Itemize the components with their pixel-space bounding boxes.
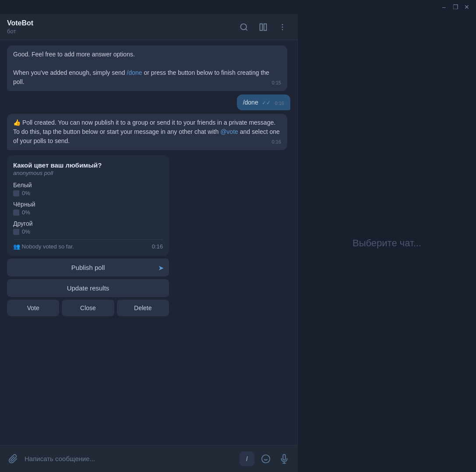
svg-point-0 xyxy=(241,24,247,29)
chat-header: VoteBot бот xyxy=(0,14,297,40)
update-results-label: Update results xyxy=(67,284,109,292)
poll-actions: Publish poll ➤ Update results Vote Close… xyxy=(7,259,169,316)
header-actions xyxy=(236,19,290,35)
bot-status: бот xyxy=(7,28,236,35)
minimize-button[interactable]: – xyxy=(438,1,450,13)
svg-point-5 xyxy=(282,26,283,28)
double-check-icon: ✓✓ xyxy=(262,100,271,106)
emoji-icon[interactable] xyxy=(259,452,273,466)
svg-point-7 xyxy=(262,455,270,462)
btn-row: Vote Close Delete xyxy=(7,300,169,316)
attachment-icon[interactable] xyxy=(6,452,20,466)
poll-question: Какой цвет ваш любимый? xyxy=(13,161,163,169)
msg3-atvote: @vote xyxy=(220,128,238,135)
poll-pct-0: 0% xyxy=(22,190,30,196)
poll-option-2-name: Другой xyxy=(13,220,163,227)
svg-rect-3 xyxy=(264,24,267,30)
bot-name: VoteBot xyxy=(7,19,236,27)
poll-pct-2: 0% xyxy=(22,228,30,235)
publish-arrow-icon: ➤ xyxy=(158,263,164,272)
message-bot-1: Good. Feel free to add more answer optio… xyxy=(7,45,287,91)
message-user-1: /done 0:16 ✓✓ xyxy=(237,94,290,110)
poll-card-container: Какой цвет ваш любимый? anonymous poll Б… xyxy=(7,154,169,316)
messages-area: Good. Feel free to add more answer optio… xyxy=(0,40,297,445)
close-button[interactable]: ✕ xyxy=(461,1,472,13)
delete-button[interactable]: Delete xyxy=(117,300,169,316)
message-input[interactable] xyxy=(25,455,235,462)
update-results-button[interactable]: Update results xyxy=(7,279,169,297)
poll-footer: 👥 Nobody voted so far. 0:16 xyxy=(13,239,163,250)
bubble-user-1: /done 0:16 ✓✓ xyxy=(237,94,290,110)
poll-option-0: Белый 0% xyxy=(13,182,163,196)
poll-bar-0 xyxy=(13,190,19,196)
vote-button[interactable]: Vote xyxy=(7,300,59,316)
poll-option-1-name: Чёрный xyxy=(13,201,163,208)
poll-option-0-name: Белый xyxy=(13,182,163,189)
poll-pct-1: 0% xyxy=(22,209,30,216)
msg3-time: 0:16 xyxy=(272,138,281,146)
poll-option-0-bar: 0% xyxy=(13,190,163,196)
svg-point-6 xyxy=(282,29,283,30)
poll-option-1-bar: 0% xyxy=(13,209,163,216)
close-poll-button[interactable]: Close xyxy=(62,300,114,316)
svg-rect-2 xyxy=(260,24,263,30)
more-icon[interactable] xyxy=(275,19,290,35)
publish-poll-button[interactable]: Publish poll ➤ xyxy=(7,259,169,276)
poll-time: 0:16 xyxy=(152,243,163,250)
svg-point-4 xyxy=(282,24,283,25)
msg1-done-link: /done xyxy=(127,69,142,76)
poll-bar-1 xyxy=(13,210,19,216)
poll-card: Какой цвет ваш любимый? anonymous poll Б… xyxy=(7,155,169,256)
message-bot-2: 👍 Poll created. You can now publish it t… xyxy=(7,114,287,150)
right-panel: Выберите чат... xyxy=(298,14,476,472)
search-icon[interactable] xyxy=(236,19,252,35)
select-chat-label: Выберите чат... xyxy=(353,238,421,249)
msg1-time: 0:15 xyxy=(272,79,281,87)
main-layout: VoteBot бот xyxy=(0,14,476,472)
bubble-bot-2: 👍 Poll created. You can now publish it t… xyxy=(7,114,287,150)
poll-type: anonymous poll xyxy=(13,170,163,176)
title-bar: – ❐ ✕ xyxy=(0,0,476,14)
layout-icon[interactable] xyxy=(255,19,271,35)
chat-header-info: VoteBot бот xyxy=(7,19,236,35)
svg-line-1 xyxy=(246,28,247,30)
microphone-icon[interactable] xyxy=(277,452,291,466)
msg2-text: /done xyxy=(243,99,258,106)
msg2-time: 0:16 xyxy=(275,101,284,106)
poll-bar-2 xyxy=(13,229,19,235)
publish-poll-label: Publish poll xyxy=(71,264,105,271)
chat-panel: VoteBot бот xyxy=(0,14,298,472)
poll-option-2-bar: 0% xyxy=(13,228,163,235)
poll-option-1: Чёрный 0% xyxy=(13,201,163,216)
poll-option-2: Другой 0% xyxy=(13,220,163,235)
command-button[interactable]: / xyxy=(240,451,254,466)
input-area: / xyxy=(0,445,297,472)
bubble-bot-1: Good. Feel free to add more answer optio… xyxy=(7,45,287,91)
msg1-text-part1: Good. Feel free to add more answer optio… xyxy=(13,51,135,76)
maximize-button[interactable]: ❐ xyxy=(450,1,461,13)
poll-voters: 👥 Nobody voted so far. xyxy=(13,243,74,250)
